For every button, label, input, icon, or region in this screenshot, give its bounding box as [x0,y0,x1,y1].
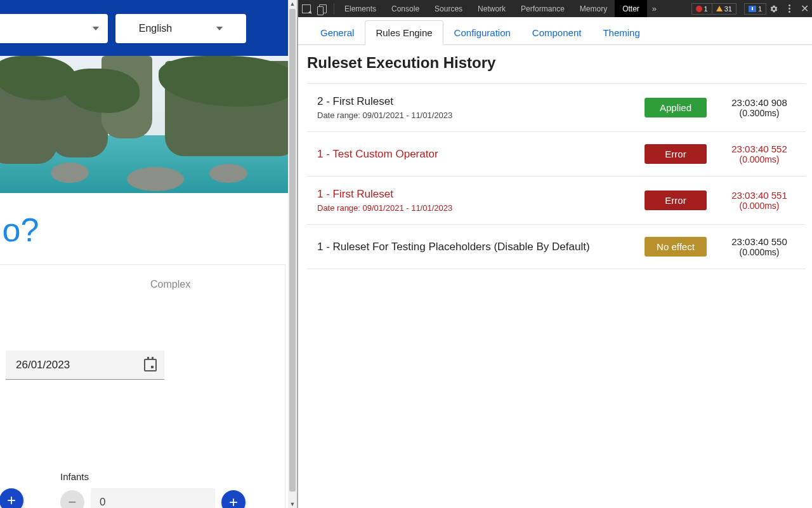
infants-stepper: − 0 + [60,488,246,508]
rule-subtitle: Date range: 09/01/2021 - 11/01/2023 [317,203,633,213]
rule-timestamp: 23:03:40 550(0.000ms) [718,236,801,257]
date-value: 26/01/2023 [16,359,70,371]
chevron-down-icon [216,27,223,30]
devtools-tab-otter[interactable]: Otter [615,0,647,17]
tab-component[interactable]: Component [521,20,593,45]
app-header: ome ue x English [0,0,297,56]
devtools-tab-sources[interactable]: Sources [427,0,470,17]
search-card: Complex 26/01/2023 Infants + − 0 + [0,264,285,508]
inspect-button[interactable] [298,0,315,17]
error-icon [696,6,702,12]
chevron-down-icon [93,27,99,30]
date-input[interactable]: 26/01/2023 [6,351,164,380]
info-icon [749,6,756,12]
infants-count[interactable]: 0 [91,488,215,508]
calendar-icon[interactable] [144,359,157,371]
devtools-tab-elements[interactable]: Elements [337,0,384,17]
gear-icon [769,4,778,13]
devtools-tab-performance[interactable]: Performance [513,0,572,17]
rules-engine-body: Ruleset Execution History 2 - First Rule… [298,45,812,508]
infants-label: Infants [60,471,89,482]
tab-theming[interactable]: Theming [592,20,650,45]
rule-title: 1 - First Ruleset [317,188,633,201]
rule-timestamp: 23:03:40 552(0.000ms) [718,144,801,164]
rule-main: 2 - First RulesetDate range: 09/01/2021 … [317,95,633,120]
settings-button[interactable] [766,4,782,13]
error-badges[interactable]: 1 31 [691,3,737,15]
rule-title: 1 - Ruleset For Testing Placeholders (Di… [317,241,633,253]
rule-title: 2 - First Ruleset [317,95,633,108]
language-selector[interactable]: English [115,14,246,43]
status-badge: Applied [645,98,707,117]
app-viewport: ome ue x English ant to go? Complex 26/0… [0,0,297,508]
devtools-tab-memory[interactable]: Memory [572,0,615,17]
scroll-up-icon[interactable]: ▲ [289,0,296,8]
tabs-overflow-button[interactable]: » [647,4,662,13]
tab-rules-engine[interactable]: Rules Engine [365,20,443,45]
otter-tabs: General Rules Engine Configuration Compo… [298,17,812,45]
scrollbar-track[interactable]: ▲ ▼ [288,0,297,508]
rule-timestamp: 23:03:40 908(0.300ms) [718,97,801,118]
device-toggle-button[interactable] [315,0,331,17]
device-icon [319,4,327,13]
rule-main: 1 - Test Custom Operator [317,148,633,161]
language-label: English [139,23,172,34]
page-headline: ant to go? [0,193,297,264]
status-badge: Error [645,144,707,164]
status-badge: Error [645,190,707,210]
tab-complex[interactable]: Complex [150,279,190,290]
rule-main: 1 - First RulesetDate range: 09/01/2021 … [317,188,633,213]
warning-count-badge[interactable]: 31 [712,3,737,15]
tab-configuration[interactable]: Configuration [443,20,521,45]
rule-subtitle: Date range: 09/01/2021 - 11/01/2023 [317,110,633,120]
hero-image [0,56,297,193]
status-badge: No effect [645,237,707,257]
more-menu-button[interactable] [782,4,797,13]
prev-stepper-plus-fragment: + [0,488,23,508]
minus-button[interactable]: − [60,490,84,508]
devtools-tab-network[interactable]: Network [470,0,513,17]
warning-icon [716,6,723,11]
rule-timestamp: 23:03:40 551(0.000ms) [718,190,801,211]
tab-general[interactable]: General [310,20,365,45]
info-count-badge[interactable]: 1 [744,3,766,15]
rule-main: 1 - Ruleset For Testing Placeholders (Di… [317,241,633,253]
rule-row[interactable]: 1 - Ruleset For Testing Placeholders (Di… [307,224,806,269]
error-count-badge[interactable]: 1 [691,3,712,15]
inspect-icon [302,4,311,13]
scroll-down-icon[interactable]: ▼ [289,500,296,508]
rule-row[interactable]: 2 - First RulesetDate range: 09/01/2021 … [307,83,806,131]
devtools-toolbar: Elements Console Sources Network Perform… [298,0,812,17]
devtools-tab-console[interactable]: Console [384,0,427,17]
selector-chip-left[interactable]: x [0,14,108,43]
rule-row[interactable]: 1 - Test Custom OperatorError23:03:40 55… [307,131,806,176]
rule-title: 1 - Test Custom Operator [317,148,633,161]
scrollbar-thumb[interactable] [289,9,296,491]
panel-title: Ruleset Execution History [307,54,806,72]
plus-button[interactable]: + [0,488,23,508]
plus-button[interactable]: + [221,490,246,508]
close-devtools-button[interactable]: ✕ [797,3,812,15]
rule-row[interactable]: 1 - First RulesetDate range: 09/01/2021 … [307,176,806,224]
devtools-panel: Elements Console Sources Network Perform… [297,0,812,508]
